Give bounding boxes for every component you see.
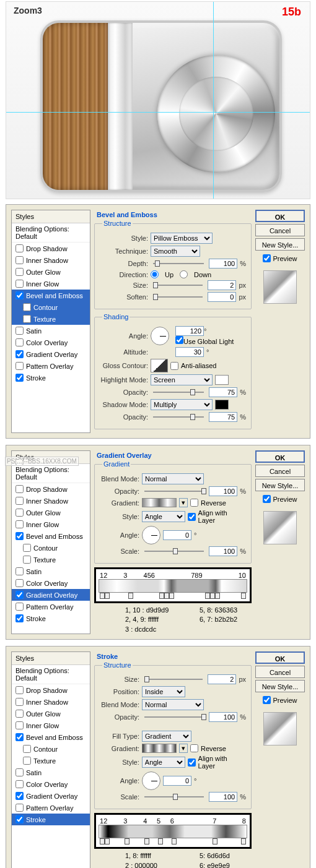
texture-row[interactable]: Texture [12,313,90,325]
inner-shadow-check[interactable] [15,256,24,264]
gradient-dropdown[interactable]: ▾ [179,498,188,507]
stroke-size-slider[interactable] [144,674,203,684]
shadow-opacity-slider[interactable] [153,412,204,422]
bevel-check[interactable] [15,291,24,299]
stroke-gradient-bar[interactable] [99,825,247,838]
styles-header: Styles [12,210,90,223]
size-input[interactable] [208,280,236,290]
ok-button-3[interactable]: OK [255,651,305,664]
shadow-color[interactable] [215,400,229,410]
position-select[interactable]: Inside [142,686,185,697]
gloss-contour[interactable] [151,359,168,372]
new-style-button[interactable]: New Style... [255,238,305,251]
highlight-opacity-slider[interactable] [153,387,204,397]
ok-button[interactable]: OK [255,210,305,222]
outer-glow-row[interactable]: Outer Glow [12,266,90,278]
new-style-button-3[interactable]: New Style... [255,680,305,692]
grad-scale-slider[interactable] [144,546,204,556]
pattern-overlay-check[interactable] [15,362,24,370]
highlight-mode-select[interactable]: Screen [151,374,213,385]
stroke-opacity-input[interactable] [209,712,237,722]
soften-input[interactable] [208,292,236,302]
drop-shadow-row[interactable]: Drop Shadow [12,243,90,254]
gradient-bar[interactable] [99,579,247,593]
highlight-color[interactable] [215,375,229,385]
highlight-opacity-input[interactable] [209,387,237,397]
step-label: 15b [282,6,301,19]
bevel-row[interactable]: Bevel and Emboss [12,290,90,301]
grad-scale-input[interactable] [209,546,237,556]
color-overlay-row[interactable]: Color Overlay [12,337,90,348]
shadow-mode-select[interactable]: Multiply [151,399,213,410]
satin-check[interactable] [15,327,24,335]
color-overlay-check[interactable] [15,338,24,346]
soften-slider[interactable] [153,292,203,302]
stroke-angle-dial[interactable] [142,771,160,790]
stroke-reverse-check[interactable] [190,744,198,752]
stroke-style-select[interactable]: Angle [142,757,185,768]
angle-input[interactable] [175,326,204,336]
stroke-size-input[interactable] [208,674,236,684]
altitude-input[interactable] [175,347,204,357]
guide-vertical [213,2,214,199]
blend-mode-select[interactable]: Normal [142,473,204,484]
stroke-angle-input[interactable] [163,776,191,786]
outer-glow-check[interactable] [15,268,24,276]
contour-row[interactable]: Contour [12,301,90,313]
dir-up[interactable] [151,270,159,278]
stroke-settings: Stroke Structure Size:px Position:Inside… [94,651,252,868]
cancel-button-2[interactable]: Cancel [255,465,305,477]
depth-input[interactable] [209,259,237,269]
fill-type-select[interactable]: Gradient [142,731,191,742]
reverse-check[interactable] [190,499,198,507]
wood-grip [43,23,108,190]
stroke-scale-slider[interactable] [144,792,204,802]
grad-angle-dial[interactable] [142,526,160,544]
shadow-opacity-input[interactable] [209,412,237,422]
angle-dial[interactable] [151,327,169,345]
styles-list-3: Styles Blending Options: Default Drop Sh… [11,651,90,868]
dir-down[interactable] [180,270,188,278]
drop-shadow-check[interactable] [15,244,24,252]
ok-button-2[interactable]: OK [255,450,305,463]
stroke-row[interactable]: Stroke [12,372,90,384]
grad-style-select[interactable]: Angle [142,511,185,522]
align-check[interactable] [188,513,196,521]
inner-glow-check[interactable] [15,280,24,288]
satin-row[interactable]: Satin [12,325,90,337]
inner-shadow-row[interactable]: Inner Shadow [12,254,90,266]
depth-slider[interactable] [153,259,204,269]
gradient-overlay-check[interactable] [15,350,24,358]
metal-strip [108,23,133,190]
global-light-check[interactable] [175,336,183,344]
bevel-style-select[interactable]: Pillow Emboss [151,233,213,244]
cancel-button[interactable]: Cancel [255,224,305,236]
cancel-button-3[interactable]: Cancel [255,666,305,678]
texture-check[interactable] [23,315,31,323]
stroke-blend-select[interactable]: Normal [142,699,204,710]
stroke-opacity-slider[interactable] [144,712,204,722]
gradient-editor-2: 12345678 [94,813,252,849]
camera-shape [40,20,282,192]
gradient-preview[interactable] [142,498,177,507]
antialiased-check[interactable] [170,362,178,370]
gradient-overlay-row[interactable]: Gradient Overlay [12,348,90,360]
new-style-button-2[interactable]: New Style... [255,479,305,491]
stroke-check[interactable] [15,374,24,382]
pattern-overlay-row[interactable]: Pattern Overlay [12,360,90,372]
stroke-gradient-dropdown[interactable]: ▾ [179,744,188,753]
grad-angle-input[interactable] [163,530,191,540]
contour-check[interactable] [23,303,31,311]
technique-select[interactable]: Smooth [151,246,200,257]
preview-check[interactable] [263,254,271,262]
size-slider[interactable] [153,280,203,290]
blending-options[interactable]: Blending Options: Default [12,223,90,243]
stroke-align-check[interactable] [188,758,196,767]
stroke-scale-input[interactable] [209,792,237,802]
inner-glow-row[interactable]: Inner Glow [12,278,90,290]
grad-opacity-input[interactable] [209,486,237,496]
styles-list: Styles Blending Options: Default Drop Sh… [11,210,90,433]
grad-opacity-slider[interactable] [144,486,204,496]
stroke-gradient-preview[interactable] [142,744,177,753]
dialog-buttons: OK Cancel New Style... Preview [255,210,305,433]
